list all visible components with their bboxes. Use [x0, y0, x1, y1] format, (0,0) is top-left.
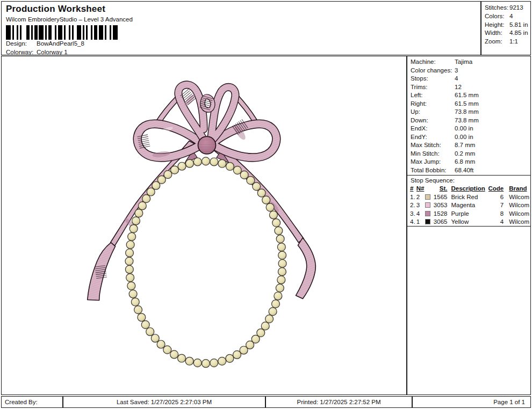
stop-sequence-row: 4.13065Yellow4Wilcom	[410, 218, 530, 227]
pearl	[127, 282, 135, 290]
machine-info-row-value: 73.8 mm	[455, 108, 479, 115]
stop-sequence-table: #N#St.DescriptionCodeBrand 1.21565Brick …	[410, 185, 530, 227]
machine-info-rows: Machine:TajimaColor changes:3Stops:4Trim…	[407, 56, 530, 175]
column-header: St.	[433, 185, 449, 193]
page-title: Production Worksheet	[6, 4, 105, 14]
pearl	[257, 189, 265, 197]
pearl	[185, 159, 193, 167]
stop-cell: 4.	[410, 218, 416, 227]
bow-center-knot	[198, 136, 216, 154]
machine-info-row: EndX:0.00 in	[411, 125, 530, 134]
stop-cell: Purple	[449, 209, 488, 218]
stat-row-value: 4	[509, 13, 513, 19]
machine-info-row: Right:61.5 mm	[411, 100, 530, 109]
colorway-label: Colorway:	[6, 49, 37, 55]
pearl	[262, 196, 270, 204]
pearl	[274, 292, 282, 300]
stat-row: Height:5.81 in	[485, 21, 530, 30]
machine-info-row-label: Max Jump:	[411, 158, 455, 165]
stop-cell: 2	[416, 193, 426, 201]
barcode-space	[21, 25, 26, 40]
machine-info-row-value: 61.5 mm	[455, 92, 479, 98]
stop-cell: 1	[416, 218, 426, 227]
pearl	[278, 251, 286, 259]
pearl	[277, 243, 285, 251]
app-version-subtitle: Wilcom EmbroideryStudio – Level 3 Advanc…	[6, 16, 133, 23]
stop-sequence-header: #N#St.DescriptionCodeBrand	[410, 185, 530, 193]
barcode-bar	[113, 25, 118, 40]
pearl	[132, 217, 140, 225]
stop-cell: Yellow	[449, 218, 488, 227]
pearl	[170, 350, 178, 359]
stat-row-value: 5.81 in	[509, 21, 528, 28]
machine-info-row-value: 6.8 mm	[455, 158, 475, 165]
pearl	[269, 308, 277, 316]
machine-info-row-label: EndY:	[411, 134, 455, 140]
pearl	[126, 249, 134, 257]
barcode-bar	[77, 25, 82, 40]
pearl	[131, 298, 139, 306]
machine-info-row: Left:61.5 mm	[411, 92, 530, 100]
pearl	[233, 350, 241, 359]
column-header: Code	[488, 185, 506, 193]
stop-cell: 3.	[410, 209, 416, 218]
stop-cell: 6	[488, 193, 506, 201]
pearl-oval-frame	[125, 157, 286, 368]
stat-row-label: Colors:	[485, 13, 509, 19]
pearl	[276, 235, 284, 243]
machine-info-row-value: 8.7 mm	[455, 142, 475, 148]
barcode-bar	[99, 25, 104, 40]
stat-row-label: Height:	[485, 21, 509, 28]
machine-info-row-value: Tajima	[455, 59, 472, 65]
footer-printed: Printed: 1/27/2025 2:27:52 PM	[265, 396, 412, 408]
pearl	[202, 360, 210, 368]
stop-cell: 1528	[433, 209, 449, 218]
swatch-cell	[425, 193, 432, 201]
pearl	[163, 346, 171, 354]
footer-last-saved: Last Saved: 1/27/2025 2:27:03 PM	[63, 396, 265, 408]
swatch-cell	[425, 218, 432, 227]
stop-cell: Magenta	[449, 201, 488, 210]
pearl	[128, 232, 136, 240]
pearl	[125, 257, 133, 265]
pearl	[185, 357, 193, 365]
barcode-bar	[39, 25, 44, 40]
machine-info-row: Max Stitch:8.7 mm	[411, 142, 530, 150]
pearl	[151, 334, 159, 342]
design-name-row: Design:BowAndPearl5_8	[6, 40, 84, 47]
machine-info-panel: Machine:TajimaColor changes:3Stops:4Trim…	[407, 56, 531, 395]
pearl	[266, 203, 274, 211]
colorway-row: Colorway:Colorway 1	[6, 49, 68, 55]
pearl	[193, 158, 202, 166]
stop-cell: 4	[416, 209, 426, 218]
machine-info-row-value: 73.8 mm	[455, 117, 479, 123]
barcode-icon	[6, 25, 118, 40]
swatch-cell	[425, 209, 432, 218]
embroidery-design-preview	[2, 56, 406, 395]
machine-info-row: Color changes:3	[411, 67, 530, 76]
stat-row-value: 4.85 in	[509, 30, 528, 36]
footer-created-by: Created By:	[1, 396, 63, 408]
stop-sequence-title: Stop Sequence:	[407, 176, 530, 185]
colorway-value: Colorway 1	[37, 49, 68, 55]
stop-cell: 7	[488, 201, 506, 210]
pearl	[276, 284, 284, 292]
pearl	[170, 166, 178, 174]
stop-cell: 3053	[433, 201, 449, 210]
column-header: Description	[449, 185, 488, 193]
design-label: Design:	[6, 40, 37, 47]
column-header	[425, 185, 432, 193]
machine-info-row: Up:73.8 mm	[411, 108, 530, 117]
pearl	[178, 162, 186, 170]
stat-row: Stitches:9213	[485, 4, 530, 13]
pearl	[218, 357, 226, 365]
machine-info-row-label: Max Stitch:	[411, 142, 455, 148]
pearl	[269, 211, 277, 219]
machine-info-row-value: 12	[455, 84, 462, 90]
pearl	[265, 315, 274, 323]
machine-info-row-label: Machine:	[411, 59, 455, 65]
machine-info-row-label: Stops:	[411, 75, 455, 82]
machine-info-row-value: 0.00 in	[455, 134, 473, 140]
pearl	[126, 274, 134, 282]
stop-sequence-body: 1.21565Brick Red6Wilcom2.33053Magenta7Wi…	[410, 193, 530, 226]
